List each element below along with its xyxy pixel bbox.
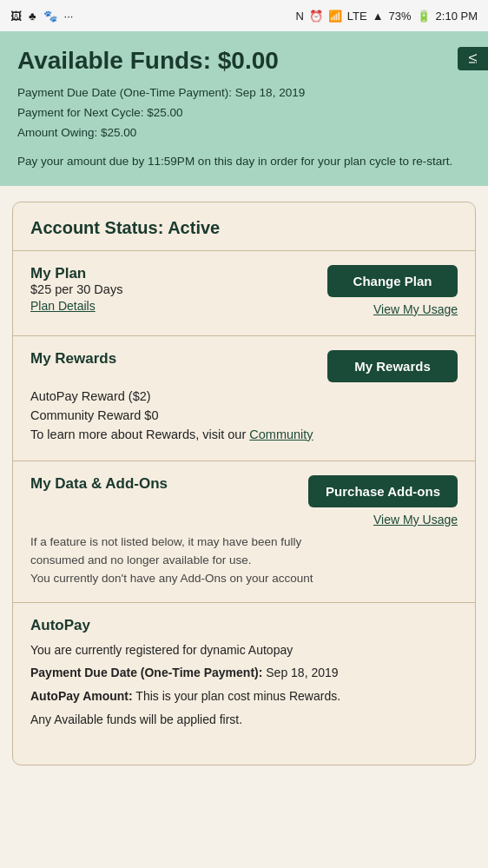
- my-rewards-header: My Rewards My Rewards: [30, 350, 458, 382]
- my-plan-section: My Plan $25 per 30 Days Plan Details Cha…: [13, 251, 475, 336]
- my-plan-header: My Plan $25 per 30 Days Plan Details Cha…: [30, 265, 458, 316]
- autopay-payment-due: Payment Due Date (One-Time Payment): Sep…: [30, 664, 458, 683]
- my-rewards-button[interactable]: My Rewards: [327, 350, 458, 382]
- payment-next-cycle-info: Payment for Next Cycle: $25.00: [17, 103, 471, 123]
- more-icon: ···: [64, 10, 74, 23]
- my-data-addons-section: My Data & Add-Ons Purchase Add-ons View …: [13, 461, 475, 603]
- battery-icon: 🔋: [417, 10, 431, 23]
- my-data-title: My Data & Add-Ons: [30, 475, 168, 493]
- autopay-section: AutoPay You are currently registered for…: [13, 603, 475, 748]
- autopay-payment-due-value: Sep 18, 2019: [266, 666, 338, 679]
- my-data-header: My Data & Add-Ons Purchase Add-ons View …: [30, 475, 458, 527]
- community-reward-text: Community Reward $0: [30, 408, 458, 422]
- alarm-icon: ⏰: [309, 10, 323, 23]
- data-notes: If a feature is not listed below, it may…: [30, 533, 458, 588]
- available-funds-title: Available Funds: $0.00: [17, 47, 471, 75]
- view-my-usage-link-data[interactable]: View My Usage: [373, 513, 458, 527]
- autopay-amount-label: AutoPay Amount:: [30, 689, 133, 703]
- my-plan-right: Change Plan View My Usage: [327, 265, 458, 316]
- autopay-amount-value: This is your plan cost minus Rewards.: [135, 689, 340, 703]
- data-note-2: consumed and no longer available for use…: [30, 552, 458, 570]
- status-icons-left: 🖼 ♣ 🐾 ···: [10, 10, 73, 23]
- lte-label: LTE: [347, 10, 367, 23]
- plan-cost: $25 per 30 Days: [30, 282, 122, 296]
- payment-due-date-info: Payment Due Date (One-Time Payment): Sep…: [17, 83, 471, 103]
- battery-percent: 73%: [389, 10, 412, 23]
- rewards-detail: AutoPay Reward ($2) Community Reward $0 …: [30, 389, 458, 441]
- autopay-amount: AutoPay Amount: This is your plan cost m…: [30, 687, 458, 706]
- amount-owing-info: Amount Owing: $25.00: [17, 123, 471, 143]
- status-icons-right: N ⏰ 📶 LTE ▲ 73% 🔋 2:10 PM: [295, 10, 478, 23]
- autopay-title: AutoPay: [30, 617, 458, 634]
- banner-note: Pay your amount due by 11:59PM on this d…: [17, 152, 471, 172]
- community-link[interactable]: Community: [249, 427, 313, 441]
- account-status-section: Account Status: Active: [13, 202, 475, 251]
- change-plan-button[interactable]: Change Plan: [327, 265, 458, 297]
- leaf-icon: ♣: [29, 10, 36, 23]
- status-bar: 🖼 ♣ 🐾 ··· N ⏰ 📶 LTE ▲ 73% 🔋 2:10 PM: [0, 0, 488, 31]
- my-rewards-section: My Rewards My Rewards AutoPay Reward ($2…: [13, 336, 475, 461]
- main-card: Account Status: Active My Plan $25 per 3…: [12, 202, 476, 766]
- autopay-registered-text: You are currently registered for dynamic…: [30, 641, 458, 660]
- my-data-right: Purchase Add-ons View My Usage: [308, 475, 458, 527]
- data-note-1: If a feature is not listed below, it may…: [30, 533, 458, 552]
- account-status-title: Account Status: Active: [30, 218, 458, 238]
- my-plan-title: My Plan: [30, 265, 122, 282]
- data-note-3: You currently don't have any Add-Ons on …: [30, 570, 458, 588]
- time-display: 2:10 PM: [436, 10, 478, 23]
- top-banner: Available Funds: $0.00 Payment Due Date …: [0, 31, 488, 186]
- autopay-payment-due-label: Payment Due Date (One-Time Payment):: [30, 666, 262, 679]
- autopay-funds-note: Any Available funds will be applied firs…: [30, 711, 458, 730]
- autopay-detail: You are currently registered for dynamic…: [30, 641, 458, 730]
- view-button-banner[interactable]: Vi: [458, 47, 488, 70]
- rewards-learn-more: To learn more about Rewards, visit our C…: [30, 427, 458, 441]
- wifi-icon: 📶: [328, 10, 342, 23]
- my-rewards-title: My Rewards: [30, 350, 116, 368]
- my-plan-left: My Plan $25 per 30 Days Plan Details: [30, 265, 122, 313]
- image-icon: 🖼: [10, 10, 22, 23]
- view-my-usage-link-plan[interactable]: View My Usage: [373, 302, 458, 316]
- purchase-addons-button[interactable]: Purchase Add-ons: [308, 475, 458, 507]
- paw-icon: 🐾: [43, 10, 57, 23]
- nfc-icon: N: [295, 10, 303, 23]
- learn-more-text: To learn more about Rewards, visit our: [30, 427, 246, 441]
- signal-bars: ▲: [373, 10, 384, 23]
- autopay-reward-text: AutoPay Reward ($2): [30, 389, 458, 403]
- plan-details-link[interactable]: Plan Details: [30, 299, 96, 313]
